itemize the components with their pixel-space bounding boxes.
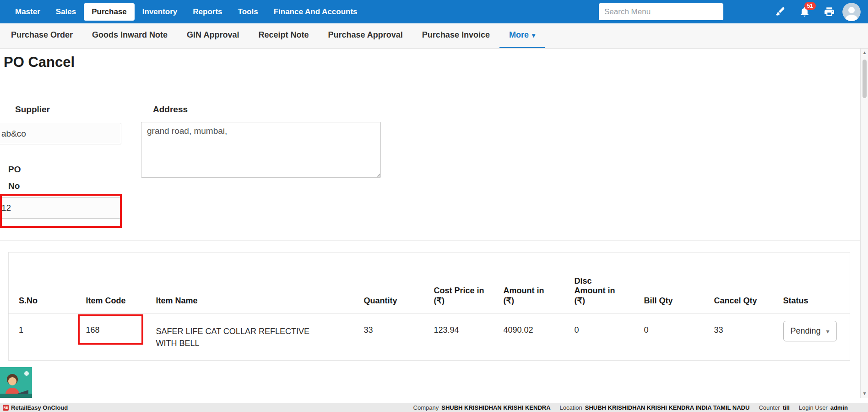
nav-icon-group: 51 [774,6,835,18]
subnav-item-purchase-invoice[interactable]: Purchase Invoice [412,23,499,48]
scroll-down-icon[interactable]: ▼ [861,391,868,396]
subnav-item-purchase-approval[interactable]: Purchase Approval [318,23,412,48]
session-info: Company SHUBH KRISHIDHAN KRISHI KENDRA L… [413,404,848,411]
cell-cancel-qty: 33 [714,313,783,361]
location-value: SHUBH KRISHIDHAN KRISHI KENDRA INDIA TAM… [585,404,750,411]
col-header-cost-price: Cost Price in (₹) [434,253,504,313]
col-header-item-code: Item Code [86,253,156,313]
cell-bill-qty: 0 [644,313,714,361]
page-title: PO Cancel [4,54,75,71]
supplier-label: Supplier [15,104,50,115]
subnav-item-more[interactable]: More ▾ [499,23,545,48]
subnav-more-label: More [509,30,529,40]
col-header-amount: Amount in (₹) [504,253,575,313]
counter-label: Counter [759,404,780,411]
subnav-item-gin-approval[interactable]: GIN Approval [177,23,249,48]
chevron-down-icon: ▾ [532,32,535,39]
supplier-input[interactable] [0,123,121,144]
cell-item-code: 168 [86,313,156,361]
purchase-sub-navigation: Purchase Order Goods Inward Note GIN App… [0,23,868,49]
cell-amount: 4090.02 [504,313,575,361]
address-label: Address [153,104,188,115]
nav-item-master[interactable]: Master [7,3,48,21]
user-avatar[interactable] [842,3,861,21]
form-divider [0,240,861,241]
cell-disc-amount: 0 [575,313,644,361]
po-items-table: S.No Item Code Item Name Quantity Cost P… [8,252,850,361]
scroll-up-icon[interactable]: ▲ [861,50,868,55]
scrollbar-thumb[interactable] [863,60,867,98]
nav-item-inventory[interactable]: Inventory [135,3,185,21]
col-header-bill-qty: Bill Qty [644,253,714,313]
col-header-item-name: Item Name [156,253,364,313]
nav-item-sales[interactable]: Sales [48,3,84,21]
subnav-item-goods-inward-note[interactable]: Goods Inward Note [82,23,177,48]
app-brand: RE RetailEasy OnCloud [3,404,68,411]
po-no-label: PO No [8,161,31,194]
nav-item-tools[interactable]: Tools [230,3,266,21]
login-user-label: Login User [799,404,828,411]
nav-item-finance-and-accounts[interactable]: Finance And Accounts [266,3,365,21]
nav-item-purchase[interactable]: Purchase [84,3,135,21]
support-chat-widget[interactable] [0,367,32,398]
subnav-item-receipt-note[interactable]: Receipt Note [249,23,318,48]
print-icon[interactable] [823,6,835,18]
col-header-status: Status [783,253,850,313]
app-name: RetailEasy OnCloud [11,404,68,411]
status-dropdown-label: Pending [791,326,821,336]
status-bar: RE RetailEasy OnCloud Company SHUBH KRIS… [0,403,868,412]
cell-cost-price: 123.94 [434,313,504,361]
subnav-item-purchase-order[interactable]: Purchase Order [1,23,82,48]
company-value: SHUBH KRISHIDHAN KRISHI KENDRA [441,404,550,411]
location-label: Location [560,404,582,411]
col-header-disc-amount: Disc Amount in (₹) [575,253,644,313]
table-row: 1 168 SAFER LIFE CAT COLLAR REFLECTIVE W… [9,313,850,361]
col-header-quantity: Quantity [364,253,434,313]
notification-bell-icon[interactable]: 51 [798,6,810,18]
cell-item-name: SAFER LIFE CAT COLLAR REFLECTIVE WITH BE… [156,313,364,361]
vertical-scrollbar[interactable]: ▲ ▼ [860,49,868,398]
address-textarea[interactable]: grand road, mumbai, [141,122,381,178]
top-navigation: Master Sales Purchase Inventory Reports … [0,0,868,23]
col-header-cancel-qty: Cancel Qty [714,253,783,313]
chevron-down-icon: ▾ [826,328,830,335]
retaileasy-logo-icon: RE [3,405,9,411]
nav-item-reports[interactable]: Reports [185,3,230,21]
po-cancel-page: PO Cancel Supplier Address grand road, m… [0,49,868,403]
po-no-input[interactable] [0,197,121,219]
notification-badge: 51 [804,2,816,10]
company-label: Company [413,404,439,411]
table-header-row: S.No Item Code Item Name Quantity Cost P… [9,253,850,313]
search-menu-input[interactable] [599,3,723,20]
cell-quantity: 33 [364,313,434,361]
col-header-sno: S.No [9,253,86,313]
cell-status: Pending ▾ [783,313,850,361]
theme-brush-icon[interactable] [774,6,786,18]
cell-sno: 1 [9,313,86,361]
status-dropdown[interactable]: Pending ▾ [783,321,837,341]
counter-value: till [783,404,790,411]
login-user-value: admin [830,404,848,411]
